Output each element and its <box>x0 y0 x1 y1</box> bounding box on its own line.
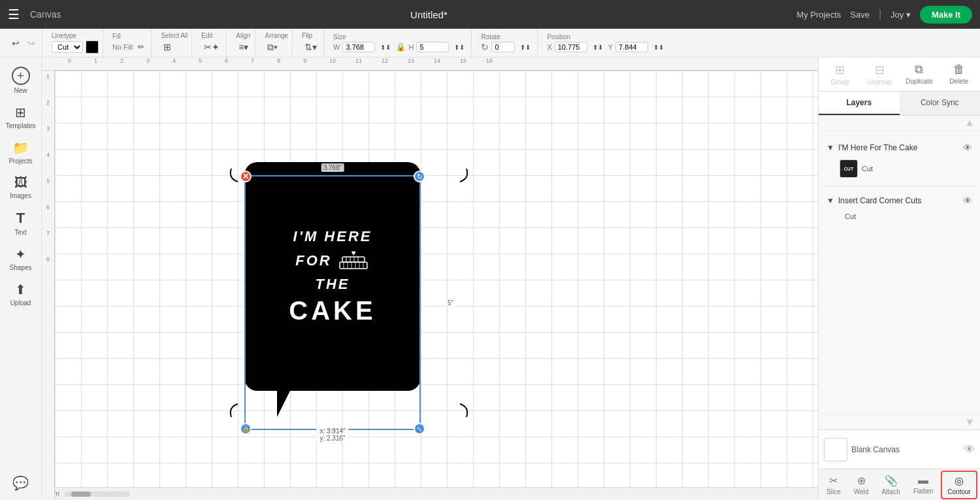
contour-icon: ◎ <box>955 475 964 487</box>
undo-button[interactable]: ↩ <box>9 37 22 50</box>
make-it-button[interactable]: Make It <box>920 6 972 24</box>
design-text-line3: THE <box>289 275 376 294</box>
position-x-stepper[interactable]: ⬆⬇ <box>590 42 606 52</box>
position-y-stepper[interactable]: ⬆⬇ <box>651 42 666 52</box>
position-x-input[interactable] <box>555 42 587 52</box>
user-menu[interactable]: Joy ▾ <box>890 10 911 20</box>
size-h-stepper[interactable]: ⬆⬇ <box>451 42 467 52</box>
attach-icon: 📎 <box>885 475 898 487</box>
size-w-stepper[interactable]: ⬆⬇ <box>378 42 393 52</box>
edit-button[interactable]: ✂✦ <box>201 41 222 54</box>
select-all-label: Select All <box>161 32 188 39</box>
flatten-button[interactable]: ▬ Flatten <box>908 472 939 497</box>
sidebar-item-shapes[interactable]: ✦ Shapes <box>3 242 39 275</box>
sidebar-item-new[interactable]: + New <box>3 63 39 98</box>
layer-group-2: ▼ Insert Card Corner Cuts 👁 Cut <box>819 189 980 225</box>
group-label: Group <box>830 78 849 86</box>
flatten-icon: ▬ <box>918 475 928 486</box>
sidebar-item-templates[interactable]: ⊞ Templates <box>3 101 39 133</box>
redo-button[interactable]: ↪ <box>25 37 38 50</box>
canvas-area[interactable]: 0 1 2 3 4 5 6 7 8 9 10 11 12 13 14 15 16 <box>42 58 818 500</box>
layer-group-2-name: Insert Card Corner Cuts <box>838 196 959 205</box>
position-y-input[interactable] <box>615 42 648 52</box>
blank-canvas-eye[interactable]: 👁 <box>964 444 975 456</box>
rotate-stepper[interactable]: ⬆⬇ <box>517 42 533 52</box>
layer-sub-1[interactable]: CUT Cut <box>824 157 975 180</box>
duplicate-label: Duplicate <box>906 78 933 85</box>
linetype-group: Linetype Cut <box>48 29 103 57</box>
shapes-icon: ✦ <box>15 246 26 262</box>
layer-group-1-header[interactable]: ▼ I'M Here For The Cake 👁 <box>824 139 975 157</box>
layers-content: ▼ I'M Here For The Cake 👁 CUT Cut ▼ Inse… <box>819 131 980 414</box>
save-button[interactable]: Save <box>850 10 870 20</box>
menu-icon[interactable]: ☰ <box>8 7 20 22</box>
ruler-top: 0 1 2 3 4 5 6 7 8 9 10 11 12 13 14 15 16 <box>42 58 818 71</box>
arrange-button[interactable]: ⧉▾ <box>265 41 280 54</box>
fill-edit-btn[interactable]: ✏ <box>135 41 147 53</box>
layer-sub-2[interactable]: Cut <box>824 210 975 223</box>
sidebar-item-upload[interactable]: ⬆ Upload <box>3 278 39 310</box>
corner-cuts-bottom-right <box>421 391 473 443</box>
topbar: ☰ Canvas Untitled* My Projects Save | Jo… <box>0 0 980 29</box>
align-group: Align ≡▾ <box>232 29 255 57</box>
images-icon: 🖼 <box>14 175 27 190</box>
delete-label: Delete <box>949 78 968 85</box>
ungroup-button[interactable]: ⊟ Ungroup <box>861 60 898 88</box>
rotate-input[interactable] <box>491 42 515 52</box>
design-text-line2: FOR <box>295 252 331 269</box>
delete-button[interactable]: 🗑 Delete <box>940 60 977 88</box>
expand-icon-1: ▼ <box>826 143 834 152</box>
layer-group-2-header[interactable]: ▼ Insert Card Corner Cuts 👁 <box>824 192 975 210</box>
ruler-tick-11: 11 <box>355 58 362 64</box>
group-button[interactable]: ⊞ Group <box>821 60 858 88</box>
left-sidebar: + New ⊞ Templates 📁 Projects 🖼 Images T … <box>0 58 42 500</box>
weld-button[interactable]: ⊕ Weld <box>849 472 874 498</box>
lock-handle[interactable]: 🔒 <box>240 423 252 435</box>
select-all-button[interactable]: ⊞ <box>161 41 174 54</box>
flip-button[interactable]: ⇅▾ <box>302 41 319 54</box>
align-label: Align <box>236 32 251 39</box>
tab-color-sync[interactable]: Color Sync <box>900 92 981 115</box>
size-lock-icon[interactable]: 🔒 <box>396 42 406 52</box>
sidebar-item-images[interactable]: 🖼 Images <box>3 171 39 203</box>
dim-right-label: 5" <box>446 299 455 307</box>
sidebar-item-chat[interactable]: 💬 <box>3 471 39 495</box>
panel-action-buttons: ⊞ Group ⊟ Ungroup ⧉ Duplicate 🗑 Delete <box>819 58 980 92</box>
my-projects-link[interactable]: My Projects <box>796 10 841 20</box>
blank-canvas-swatch[interactable] <box>824 438 847 461</box>
sidebar-templates-label: Templates <box>6 122 36 129</box>
slice-button[interactable]: ✂ Slice <box>821 472 846 498</box>
slice-label: Slice <box>826 488 841 495</box>
panel-down-arrow[interactable]: ▼ <box>964 416 975 428</box>
layer-divider <box>824 186 975 186</box>
canvas-grid[interactable]: I'M HERE FOR ♥ <box>55 71 818 487</box>
divider: | <box>879 8 881 20</box>
ruler-left: 1 2 3 4 5 6 7 8 <box>42 71 55 487</box>
weld-icon: ⊕ <box>857 475 866 487</box>
scale-handle[interactable]: ⤡ <box>414 423 425 435</box>
tab-layers[interactable]: Layers <box>819 92 900 115</box>
duplicate-button[interactable]: ⧉ Duplicate <box>901 60 938 88</box>
eye-icon-1[interactable]: 👁 <box>963 142 972 153</box>
sidebar-item-text[interactable]: T Text <box>3 206 39 240</box>
undo-redo-group: ↩ ↪ <box>5 29 42 57</box>
panel-up-arrow[interactable]: ▲ <box>964 117 975 129</box>
horizontal-scrollbar[interactable] <box>65 492 130 497</box>
expand-icon-2: ▼ <box>826 196 834 205</box>
contour-button[interactable]: ◎ Contour <box>941 471 977 499</box>
align-button[interactable]: ≡▾ <box>236 41 251 54</box>
slice-icon: ✂ <box>829 475 838 487</box>
size-w-input[interactable] <box>342 42 375 52</box>
sidebar-item-projects[interactable]: 📁 Projects <box>3 136 39 169</box>
ungroup-label: Ungroup <box>867 78 892 86</box>
corner-cuts-top-right <box>421 142 473 195</box>
linetype-color-swatch[interactable] <box>86 41 99 54</box>
sidebar-new-label: New <box>14 87 27 94</box>
size-h-input[interactable] <box>416 42 449 52</box>
rotate-group: Rotate ↻ ⬆⬇ <box>477 29 538 57</box>
edit-label: Edit <box>201 32 222 39</box>
eye-icon-2[interactable]: 👁 <box>963 195 972 206</box>
attach-button[interactable]: 📎 Attach <box>876 472 905 498</box>
design-object[interactable]: I'M HERE FOR ♥ <box>244 162 421 410</box>
linetype-select[interactable]: Cut <box>52 41 83 53</box>
